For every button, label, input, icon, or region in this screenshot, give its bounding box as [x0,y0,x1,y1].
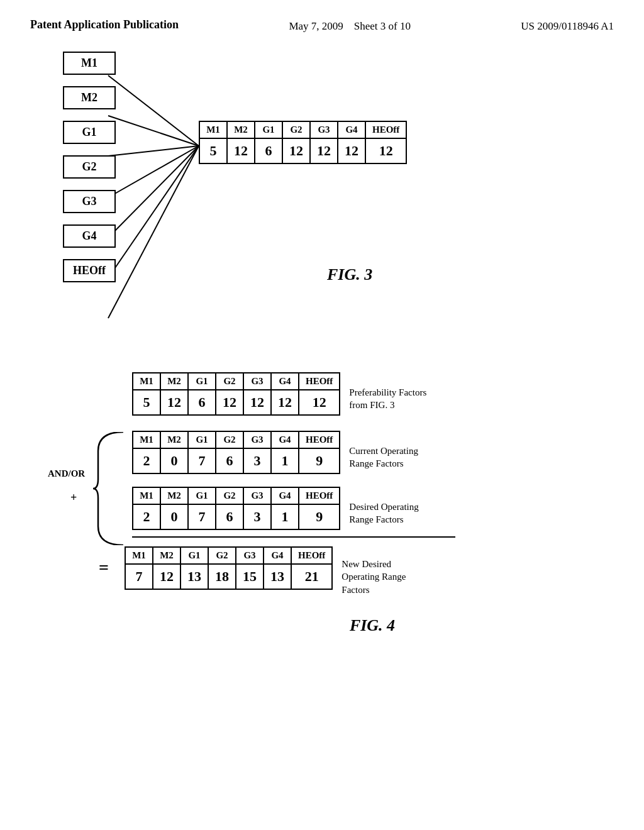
fig3-val-g3: 12 [310,138,338,163]
result-label: New Desired Operating Range Factors [333,546,421,596]
equals-label: = [88,546,119,578]
publication-title: Patent Application Publication [30,18,179,32]
fig3-hdr-m1: M1 [199,121,227,138]
res-hdr-g4: G4 [264,547,291,564]
des-val-g1: 7 [188,504,216,529]
fig4-result-table: M1 M2 G1 G2 G3 G4 HEOff 7 12 13 18 [125,546,333,590]
pref-val-g1: 6 [188,390,216,415]
des-hdr-g2: G2 [216,487,243,504]
des-hdr-g3: G3 [243,487,271,504]
cur-val-m1: 2 [133,448,160,473]
cur-hdr-heoff: HEOff [299,431,340,448]
res-val-g1: 13 [180,564,208,589]
current-label: Current Operating Range Factors [340,431,428,470]
svg-line-4 [108,146,199,238]
des-val-g3: 3 [243,504,271,529]
box-g3: G3 [63,190,116,213]
fig4-desired-table-container: M1 M2 G1 G2 G3 G4 HEOff 2 0 [132,487,340,530]
fig3-val-heoff: 12 [365,138,406,163]
res-hdr-g3: G3 [236,547,264,564]
sheet-number: Sheet 3 of 10 [354,20,411,32]
fig4-andor-section: AND/OR + M1 M2 G1 G2 G3 G4 HEOff [38,431,644,530]
fig4-pref-row: M1 M2 G1 G2 G3 G4 HEOff 5 12 6 12 [132,372,644,416]
cur-hdr-g3: G3 [243,431,271,448]
des-hdr-g4: G4 [271,487,299,504]
pref-val-heoff: 12 [299,390,340,415]
res-hdr-m1: M1 [125,547,153,564]
svg-line-5 [108,146,199,278]
res-val-m1: 7 [125,564,153,589]
cur-hdr-g2: G2 [216,431,243,448]
cur-hdr-g1: G1 [188,431,216,448]
fig3-section: M1 M2 G1 G2 G3 G4 HEOff M1 M2 G1 G2 G3 G… [63,52,644,366]
fig3-hdr-g1: G1 [255,121,282,138]
des-hdr-heoff: HEOff [299,487,340,504]
fig3-val-g2: 12 [282,138,310,163]
pref-hdr-g2: G2 [216,373,243,390]
res-val-m2: 12 [153,564,180,589]
pref-val-m1: 5 [133,390,160,415]
pref-val-g4: 12 [271,390,299,415]
cur-val-m2: 0 [160,448,188,473]
andor-label: AND/OR [48,468,85,479]
cur-hdr-g4: G4 [271,431,299,448]
res-hdr-m2: M2 [153,547,180,564]
fig3-caption: FIG. 3 [327,265,372,284]
separator-line [132,536,455,538]
des-hdr-m2: M2 [160,487,188,504]
fig3-hdr-g2: G2 [282,121,310,138]
fig4-desired-row: M1 M2 G1 G2 G3 G4 HEOff 2 0 [132,487,644,530]
pref-val-g3: 12 [243,390,271,415]
res-hdr-heoff: HEOff [291,547,332,564]
fig4-desired-table: M1 M2 G1 G2 G3 G4 HEOff 2 0 [132,487,340,530]
pref-hdr-m2: M2 [160,373,188,390]
pref-val-g2: 12 [216,390,243,415]
box-g1: G1 [63,121,116,144]
cur-val-g4: 1 [271,448,299,473]
des-hdr-m1: M1 [133,487,160,504]
fig4-current-table-container: M1 M2 G1 G2 G3 G4 HEOff 2 0 [132,431,340,474]
pref-hdr-g4: G4 [271,373,299,390]
svg-line-1 [108,116,199,146]
fig4-result-row: = M1 M2 G1 G2 G3 G4 HEOff 7 [88,546,644,596]
fig4-result-table-container: M1 M2 G1 G2 G3 G4 HEOff 7 12 13 18 [125,546,333,590]
des-val-heoff: 9 [299,504,340,529]
plus-label: + [70,491,77,504]
fig3-hdr-g4: G4 [338,121,365,138]
fig3-table-container: M1 M2 G1 G2 G3 G4 HEOff 5 12 6 12 12 12 [199,121,407,164]
res-val-g3: 15 [236,564,264,589]
fig4-pref-table-container: M1 M2 G1 G2 G3 G4 HEOff 5 12 6 12 [132,372,340,416]
patent-number: US 2009/0118946 A1 [521,18,614,33]
pref-hdr-m1: M1 [133,373,160,390]
pref-hdr-g3: G3 [243,373,271,390]
box-m2: M2 [63,86,116,109]
date-sheet: May 7, 2009 Sheet 3 of 10 [289,18,411,33]
fig3-hdr-heoff: HEOff [365,121,406,138]
cur-val-heoff: 9 [299,448,340,473]
des-val-m2: 0 [160,504,188,529]
page-header: Patent Application Publication May 7, 20… [0,0,644,33]
fig3-table: M1 M2 G1 G2 G3 G4 HEOff 5 12 6 12 12 12 [199,121,407,164]
cur-val-g3: 3 [243,448,271,473]
cur-val-g2: 6 [216,448,243,473]
des-val-g4: 1 [271,504,299,529]
fig4-current-row: M1 M2 G1 G2 G3 G4 HEOff 2 0 [132,431,644,474]
desired-label: Desired Operating Range Factors [340,487,428,526]
fig3-hdr-g3: G3 [310,121,338,138]
pref-hdr-heoff: HEOff [299,373,340,390]
des-val-g2: 6 [216,504,243,529]
des-val-m1: 2 [133,504,160,529]
pref-val-m2: 12 [160,390,188,415]
res-hdr-g1: G1 [180,547,208,564]
pref-label: Preferability Factors from FIG. 3 [340,372,428,412]
cur-val-g1: 7 [188,448,216,473]
box-m1: M1 [63,52,116,75]
fig4-section: M1 M2 G1 G2 G3 G4 HEOff 5 12 6 12 [38,372,644,635]
cur-hdr-m2: M2 [160,431,188,448]
cur-hdr-m1: M1 [133,431,160,448]
fig3-val-g4: 12 [338,138,365,163]
svg-line-0 [108,75,199,146]
res-hdr-g2: G2 [208,547,236,564]
fig3-val-m1: 5 [199,138,227,163]
res-val-g4: 13 [264,564,291,589]
